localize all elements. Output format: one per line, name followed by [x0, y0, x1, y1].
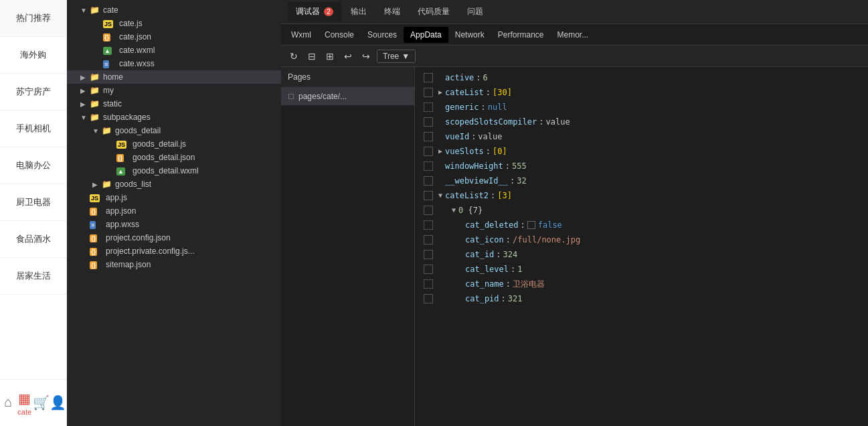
json-icon-goodsdetailjson: {} [116, 153, 127, 162]
colon-caticon: : [506, 233, 511, 246]
tree-file-catejs[interactable]: JS cate.js [67, 17, 281, 30]
subtab-performance[interactable]: Performance [491, 27, 551, 43]
no-arrow [80, 194, 90, 202]
tree-folder-home[interactable]: ▶ 📁 home [67, 70, 281, 84]
subtab-appdata[interactable]: AppData [404, 27, 448, 43]
subtab-memory[interactable]: Memor... [550, 27, 595, 43]
tab-home[interactable]: ⌂ [0, 380, 17, 426]
tree-file-catejson[interactable]: {} cate.json [67, 30, 281, 44]
subtab-sources[interactable]: Sources [361, 27, 404, 43]
sidebar-item-kitchen[interactable]: 厨卫电器 [0, 184, 66, 221]
val-vueid: value [478, 130, 502, 143]
expand-button[interactable]: ⊞ [323, 49, 337, 64]
sidebar-item-computer[interactable]: 电脑办公 [0, 147, 66, 184]
subtab-sources-label: Sources [367, 30, 397, 40]
tree-view-toggle[interactable]: Tree ▼ [377, 50, 416, 63]
tree-folder-subpackages[interactable]: ▼ 📁 subpackages [67, 111, 281, 124]
sidebar-item-overseas[interactable]: 海外购 [0, 37, 66, 74]
dot-catpid[interactable] [424, 294, 433, 303]
dot-catelist[interactable] [424, 88, 433, 97]
dot-caticon[interactable] [424, 235, 433, 244]
tab-codequality[interactable]: 代码质量 [410, 2, 458, 21]
sidebar-item-home[interactable]: 居家生活 [0, 258, 66, 295]
val-catpid: 321 [508, 292, 523, 305]
colon-scopedslots: : [539, 115, 543, 129]
arrow-catelist[interactable]: ▶ [438, 86, 442, 99]
subtab-console[interactable]: Console [318, 27, 361, 43]
redo-button[interactable]: ↪ [359, 49, 373, 64]
dot-webviewid[interactable] [424, 176, 433, 186]
tree-folder-goodslist[interactable]: ▶ 📁 goods_list [67, 178, 281, 191]
pages-label: Pages [288, 72, 311, 82]
tab-cart[interactable]: 🛒 [33, 380, 50, 426]
dot-generic[interactable] [424, 102, 433, 112]
tree-file-goodsdetailjs[interactable]: JS goods_detail.js [67, 137, 281, 151]
dot-vueid[interactable] [424, 132, 433, 141]
dot-index0[interactable] [424, 206, 433, 215]
tree-file-appjs[interactable]: JS app.js [67, 191, 281, 204]
tab-cate[interactable]: ▦ cate [17, 380, 33, 426]
sidebar-item-phone[interactable]: 手机相机 [0, 111, 66, 147]
tree-file-projectprivate[interactable]: {} project.private.config.js... [67, 244, 281, 258]
subtab-console-label: Console [325, 30, 354, 40]
tree-folder-static[interactable]: ▶ 📁 static [67, 97, 281, 111]
devtools-panel: 调试器 2 输出 终端 代码质量 问题 Wxml Console Sources… [281, 0, 868, 426]
val-caticon: /full/none.jpg [513, 233, 580, 246]
no-arrow [94, 33, 103, 41]
tab-issues[interactable]: 问题 [459, 2, 491, 21]
undo-button[interactable]: ↩ [341, 49, 355, 64]
pages-panel: Pages ☐ pages/cate/... [281, 67, 415, 426]
colon-webviewid: : [510, 174, 515, 188]
pages-item-cate[interactable]: ☐ pages/cate/... [281, 88, 414, 105]
key-webviewid: __webviewId__ [445, 174, 508, 188]
folder-icon-subpackages: 📁 [90, 113, 100, 122]
arrow-catelist2[interactable]: ▼ [438, 189, 442, 202]
arrow-vueslots[interactable]: ▶ [438, 145, 442, 158]
tree-file-catewxss[interactable]: ≡ cate.wxss [67, 57, 281, 70]
colon-windowheight: : [505, 159, 510, 173]
tree-folder-goodsdetail[interactable]: ▼ 📁 goods_detail [67, 124, 281, 137]
dot-active[interactable] [424, 73, 433, 82]
tree-file-sitemap[interactable]: {} sitemap.json [67, 258, 281, 271]
tab-user[interactable]: 👤 [50, 380, 66, 426]
dot-windowheight[interactable] [424, 161, 433, 171]
colon-catname: : [506, 277, 511, 291]
tree-file-goodsdetailwxml[interactable]: ▲ goods_detail.wxml [67, 164, 281, 178]
checkbox-catdeleted[interactable] [527, 221, 535, 229]
file-name-projectprivate: project.private.config.js... [106, 246, 195, 256]
tree-file-catewxml[interactable]: ▲ cate.wxml [67, 44, 281, 57]
tree-file-appjson[interactable]: {} app.json [67, 204, 281, 218]
sidebar-item-realestate[interactable]: 苏宁房产 [0, 74, 66, 111]
sidebar-item-food[interactable]: 食品酒水 [0, 221, 66, 258]
dot-catname[interactable] [424, 279, 433, 289]
subtab-network[interactable]: Network [448, 27, 491, 43]
js-icon-appjs: JS [90, 193, 100, 202]
refresh-button[interactable]: ↻ [286, 49, 301, 64]
val-windowheight: 555 [512, 159, 527, 173]
tree-folder-my[interactable]: ▶ 📁 my [67, 84, 281, 97]
dot-scopedslots[interactable] [424, 117, 433, 127]
dot-vueslots[interactable] [424, 147, 433, 156]
dot-catid[interactable] [424, 250, 433, 259]
tab-debugger[interactable]: 调试器 2 [288, 2, 341, 21]
pages-header: Pages [281, 67, 414, 88]
collapse-button[interactable]: ⊟ [305, 49, 319, 64]
dot-catdeleted[interactable] [424, 220, 433, 230]
tree-file-projectconfig[interactable]: {} project.config.json [67, 231, 281, 244]
tab-terminal[interactable]: 终端 [376, 2, 408, 21]
dot-catlevel[interactable] [424, 265, 433, 274]
tab-output[interactable]: 输出 [343, 2, 375, 21]
dot-catelist2[interactable] [424, 191, 433, 200]
colon-active: : [476, 71, 481, 84]
tree-folder-cate[interactable]: ▼ 📁 cate [67, 3, 281, 17]
tree-file-goodsdetailjson[interactable]: {} goods_detail.json [67, 151, 281, 164]
tree-file-appwxss[interactable]: ≡ app.wxss [67, 218, 281, 231]
sidebar-item-hot[interactable]: 热门推荐 [0, 0, 66, 37]
key-catid: cat_id [465, 248, 494, 261]
subtab-wxml[interactable]: Wxml [284, 27, 318, 43]
val-catlevel: 1 [517, 263, 522, 276]
colon-catelist: : [486, 86, 491, 99]
no-arrow [94, 20, 103, 27]
arrow-index0[interactable]: ▼ [452, 204, 456, 217]
tab-debugger-label: 调试器 [296, 7, 320, 16]
